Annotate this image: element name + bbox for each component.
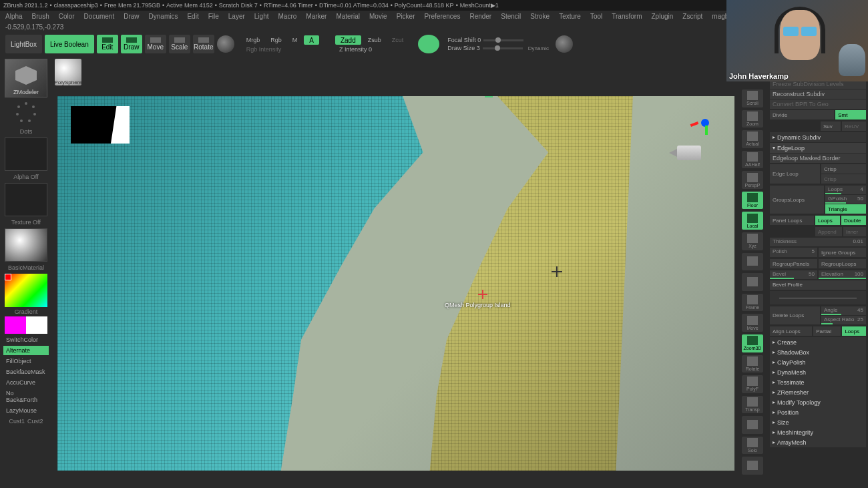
color-picker[interactable]: [5, 274, 47, 307]
cust1-button[interactable]: Cust1: [9, 418, 25, 425]
inner-button[interactable]: Inner: [843, 227, 866, 236]
color-swatch[interactable]: [5, 316, 47, 334]
triangle-button[interactable]: Triangle: [825, 204, 866, 214]
section-size[interactable]: Size: [770, 417, 866, 427]
material-slot[interactable]: [5, 228, 47, 262]
menu-macro[interactable]: Macro: [278, 13, 297, 20]
menu-layer[interactable]: Layer: [228, 13, 245, 20]
section-arraymesh[interactable]: ArrayMesh: [770, 437, 866, 447]
double-button[interactable]: Double: [841, 216, 866, 225]
loops-button[interactable]: Loops: [815, 216, 840, 225]
lightbox-button[interactable]: LightBox: [5, 35, 42, 53]
dock-btn9[interactable]: [742, 273, 763, 291]
angle-slider[interactable]: Angle45: [821, 306, 866, 315]
liveboolean-button[interactable]: Live Boolean: [45, 35, 94, 53]
menu-dynamics[interactable]: Dynamics: [149, 13, 178, 20]
menu-light[interactable]: Light: [254, 13, 269, 20]
menu-stencil[interactable]: Stencil: [501, 13, 521, 20]
a-button[interactable]: A: [304, 35, 319, 45]
section-zremesher[interactable]: ZRemesher: [770, 387, 866, 397]
section-shadowbox[interactable]: ShadowBox: [770, 347, 866, 357]
aspect-slider[interactable]: Aspect Ratio25: [821, 316, 866, 324]
timeline-marker[interactable]: [485, 96, 493, 97]
brush-size-icon[interactable]: [418, 35, 439, 53]
loops3-button[interactable]: Loops: [842, 326, 866, 336]
elevation-slider[interactable]: Elevation100: [819, 270, 866, 279]
dock-local[interactable]: Local: [742, 212, 763, 230]
partial-button[interactable]: Partial: [813, 326, 841, 336]
menu-stroke[interactable]: Stroke: [530, 13, 550, 20]
smt-button[interactable]: Smt: [835, 110, 866, 119]
axis-gizmo[interactable]: [688, 116, 714, 143]
bevel-profile-curve[interactable]: [770, 291, 866, 304]
alignloops-button[interactable]: Align Loops: [770, 326, 812, 336]
dock-btn8[interactable]: [742, 253, 763, 271]
backfacemask-button[interactable]: BackfaceMask: [3, 367, 49, 377]
menu-zscript[interactable]: Zscript: [682, 13, 702, 20]
menu-file[interactable]: File: [208, 13, 219, 20]
menu-edit[interactable]: Edit: [187, 13, 198, 20]
polish-slider[interactable]: Polish5: [770, 248, 817, 257]
gpolish-slider[interactable]: GPolish50: [825, 195, 866, 204]
deleteloops-button[interactable]: Delete Loops: [770, 306, 820, 324]
mrgb-button[interactable]: Mrgb: [242, 37, 264, 43]
ignoregroups-button[interactable]: Ignore Groups: [819, 248, 866, 257]
cust2-button[interactable]: Cust2: [27, 418, 43, 425]
dock-perspp[interactable]: PerspP: [742, 171, 763, 189]
zmodeler-tool[interactable]: ZModeler: [5, 59, 47, 97]
switchcolor-button[interactable]: SwitchColor: [3, 335, 49, 344]
crisp-button[interactable]: Crisp: [821, 164, 866, 174]
edgeloop-button[interactable]: Edge Loop: [770, 164, 820, 184]
polysphere-tool[interactable]: PolySphere: [55, 59, 81, 85]
dock-btn18[interactable]: [742, 457, 763, 475]
lazymouse-button[interactable]: LazyMouse: [3, 406, 49, 415]
viewport[interactable]: QMesh Polygroup Island: [57, 96, 734, 471]
menu-alpha[interactable]: Alpha: [5, 13, 23, 20]
dock-solo[interactable]: Solo: [742, 437, 763, 455]
section-position[interactable]: Position: [770, 407, 866, 417]
menu-picker[interactable]: Picker: [397, 13, 415, 20]
crisp2-button[interactable]: Crisp: [821, 174, 866, 184]
dock-btn16[interactable]: [742, 416, 763, 434]
bevel-slider[interactable]: Bevel50: [770, 270, 817, 279]
menu-draw[interactable]: Draw: [124, 13, 139, 20]
convert-bpr-button[interactable]: Convert BPR To Geo: [770, 99, 866, 109]
menu-preferences[interactable]: Preferences: [424, 13, 460, 20]
zsub-button[interactable]: Zsub: [364, 37, 385, 43]
dock-polyf[interactable]: PolyF: [742, 375, 763, 393]
zadd-button[interactable]: Zadd: [335, 35, 361, 45]
divide-button[interactable]: Divide: [770, 110, 834, 119]
section-dynamesh[interactable]: DynaMesh: [770, 367, 866, 377]
menu-document[interactable]: Document: [84, 13, 115, 20]
rotate-button[interactable]: Rotate: [193, 35, 214, 53]
menu-movie[interactable]: Movie: [369, 13, 387, 20]
dock-aahalf[interactable]: AAHalf: [742, 151, 763, 169]
menu-material[interactable]: Material: [336, 13, 360, 20]
panelloops-button[interactable]: Panel Loops: [770, 216, 814, 225]
thickness-slider[interactable]: Thickness0.01: [770, 238, 866, 246]
menu-brush[interactable]: Brush: [32, 13, 49, 20]
section-meshintegrity[interactable]: MeshIntegrity: [770, 427, 866, 437]
append-button[interactable]: Append: [815, 227, 842, 236]
texture-slot[interactable]: [5, 183, 47, 216]
draw-size[interactable]: Draw Size 3: [447, 45, 480, 51]
reference-thumbnail[interactable]: [71, 106, 130, 144]
menu-texture[interactable]: Texture: [559, 13, 581, 20]
gradient-label[interactable]: Gradient: [15, 308, 38, 315]
section-modify-topology[interactable]: Modify Topology: [770, 397, 866, 407]
section-claypolish[interactable]: ClayPolish: [770, 357, 866, 367]
camera-icon[interactable]: [669, 143, 701, 164]
regrouploops-button[interactable]: RegroupLoops: [819, 259, 866, 268]
menu-marker[interactable]: Marker: [306, 13, 327, 20]
dock-rotate[interactable]: Rotate: [742, 355, 763, 373]
rgb-button[interactable]: Rgb: [266, 37, 286, 43]
dock-frame[interactable]: Frame: [742, 294, 763, 312]
dock-transp[interactable]: Transp: [742, 396, 763, 414]
edgeloop-masked-button[interactable]: Edgeloop Masked Border: [770, 154, 866, 163]
dock-zoom3d[interactable]: Zoom3D: [742, 334, 763, 352]
regrouppanels-button[interactable]: RegroupPanels: [770, 259, 817, 268]
alpha-slot[interactable]: [5, 138, 47, 171]
dock-xyz[interactable]: Xyz: [742, 232, 763, 250]
focal-shift[interactable]: Focal Shift 0: [447, 37, 481, 43]
stroke-dots[interactable]: [5, 99, 47, 126]
